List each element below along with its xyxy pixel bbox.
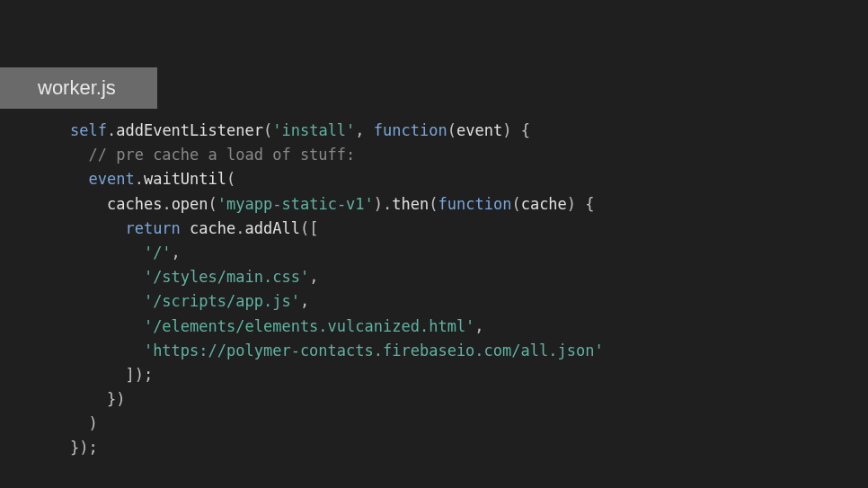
code-token: addEventListener	[116, 121, 263, 139]
code-token: .	[162, 195, 171, 213]
code-line: '/elements/elements.vulcanized.html',	[70, 315, 832, 339]
code-token: .	[235, 219, 244, 237]
code-editor[interactable]: self.addEventListener('install', functio…	[70, 119, 832, 461]
code-token: function	[374, 121, 447, 139]
code-token: caches	[107, 195, 162, 213]
code-token: });	[70, 439, 98, 457]
code-token: addAll	[245, 219, 300, 237]
code-line: ]);	[70, 363, 832, 387]
code-line: )	[70, 412, 832, 436]
file-tab-label: worker.js	[38, 76, 116, 99]
code-line: return cache.addAll([	[70, 217, 832, 241]
code-token: .	[107, 121, 116, 139]
code-token: (	[226, 170, 235, 188]
code-token	[70, 146, 88, 164]
code-token: })	[70, 390, 125, 408]
code-token: (	[263, 121, 272, 139]
code-token	[70, 317, 144, 335]
code-token: (	[429, 195, 438, 213]
code-token: ,	[309, 268, 318, 286]
code-token: then	[392, 195, 429, 213]
code-token: event	[88, 170, 134, 188]
code-token: event	[456, 121, 502, 139]
code-token: ,	[172, 244, 181, 262]
code-token	[70, 170, 88, 188]
code-token: cache	[521, 195, 567, 213]
code-line: '/styles/main.css',	[70, 265, 832, 289]
code-token: ) {	[502, 121, 530, 139]
code-token: (	[208, 195, 217, 213]
code-line: caches.open('myapp-static-v1').then(func…	[70, 192, 832, 217]
code-token: return	[125, 219, 180, 237]
code-token: 'https://polymer-contacts.firebaseio.com…	[144, 342, 604, 359]
code-token: '/scripts/app.js'	[144, 292, 300, 310]
code-token: 'install'	[272, 121, 355, 139]
code-token	[70, 342, 144, 359]
code-line: 'https://polymer-contacts.firebaseio.com…	[70, 339, 832, 363]
code-token: .	[135, 170, 144, 188]
code-token: ,	[300, 292, 309, 310]
code-token: ]);	[70, 366, 153, 384]
code-line: })	[70, 387, 832, 412]
code-line: event.waitUntil(	[70, 167, 832, 191]
code-token: '/elements/elements.vulcanized.html'	[144, 317, 474, 335]
code-token	[70, 219, 125, 237]
code-token: '/styles/main.css'	[144, 268, 309, 286]
code-token: (	[447, 121, 456, 139]
code-token: self	[70, 121, 107, 139]
code-token: )	[70, 414, 98, 432]
code-token: '/'	[144, 244, 172, 262]
code-token: (	[511, 195, 520, 213]
code-line: });	[70, 436, 832, 460]
code-token: function	[438, 195, 512, 213]
file-tab[interactable]: worker.js	[0, 67, 157, 109]
code-token: ,	[355, 121, 373, 139]
code-token: 'myapp-static-v1'	[217, 195, 374, 213]
code-token	[70, 292, 144, 310]
code-line: self.addEventListener('install', functio…	[70, 119, 832, 143]
code-token: // pre cache a load of stuff:	[88, 146, 355, 164]
code-token: waitUntil	[144, 170, 226, 188]
code-token	[70, 244, 144, 262]
code-token	[181, 219, 190, 237]
code-line: '/scripts/app.js',	[70, 289, 832, 314]
code-token	[70, 195, 107, 213]
code-line: // pre cache a load of stuff:	[70, 143, 832, 167]
code-token: ) {	[567, 195, 595, 213]
code-token	[70, 268, 144, 286]
code-token: ([	[300, 219, 318, 237]
code-token: ).	[374, 195, 392, 213]
code-token: ,	[474, 317, 483, 335]
code-token: open	[172, 195, 208, 213]
code-line: '/',	[70, 241, 832, 265]
code-token: cache	[190, 219, 235, 237]
